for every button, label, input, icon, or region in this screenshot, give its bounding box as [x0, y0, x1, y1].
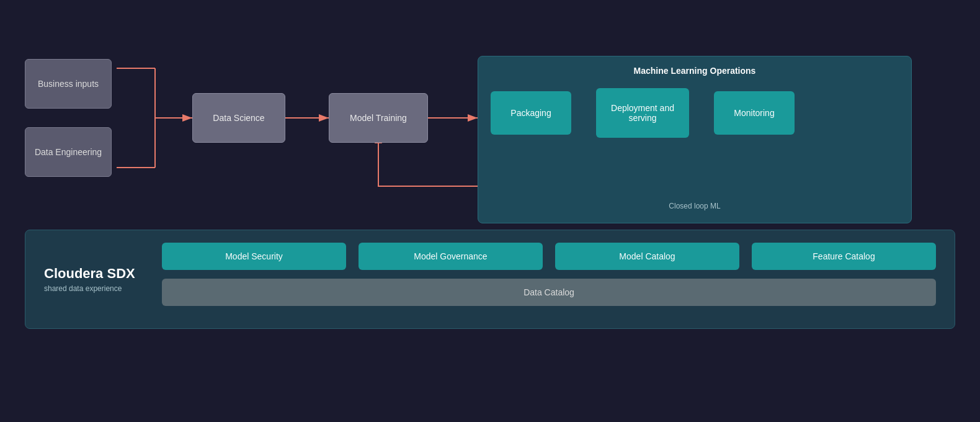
sdx-top-row: Model Security Model Governance Model Ca… — [162, 243, 936, 270]
sdx-content: Model Security Model Governance Model Ca… — [162, 243, 936, 316]
deployment-box: Deployment and serving — [596, 88, 689, 138]
monitoring-box: Monitoring — [714, 91, 795, 135]
business-inputs-box: Business inputs — [25, 59, 112, 109]
business-inputs-label: Business inputs — [38, 79, 99, 89]
sdx-subtitle: shared data experience — [44, 284, 143, 293]
sdx-bottom-row: Data Catalog — [162, 279, 936, 306]
model-catalog-label: Model Catalog — [619, 251, 675, 261]
main-container: Business inputs Data Engineering — [25, 19, 955, 403]
data-catalog-label: Data Catalog — [523, 287, 574, 297]
data-science-box: Data Science — [192, 93, 285, 143]
model-catalog-box: Model Catalog — [555, 243, 739, 270]
bottom-section: Cloudera SDX shared data experience Mode… — [25, 230, 955, 329]
feature-catalog-box: Feature Catalog — [752, 243, 936, 270]
closed-loop-label: Closed loop ML — [491, 189, 899, 210]
model-governance-label: Model Governance — [414, 251, 487, 261]
feature-catalog-label: Feature Catalog — [813, 251, 875, 261]
ml-ops-boxes: Packaging Deployment and serving Monitor… — [491, 88, 795, 138]
model-governance-box: Model Governance — [359, 243, 543, 270]
data-engineering-box: Data Engineering — [25, 127, 112, 177]
packaging-label: Packaging — [510, 108, 551, 118]
model-training-label: Model Training — [350, 113, 407, 123]
ml-ops-container: Machine Learning Operations Packaging De… — [478, 56, 912, 223]
model-security-box: Model Security — [162, 243, 346, 270]
packaging-box: Packaging — [491, 91, 571, 135]
sdx-label: Cloudera SDX shared data experience — [44, 243, 143, 316]
model-training-box: Model Training — [329, 93, 428, 143]
sdx-title: Cloudera SDX — [44, 266, 143, 282]
data-engineering-label: Data Engineering — [35, 147, 102, 157]
data-science-label: Data Science — [213, 113, 264, 123]
top-section: Business inputs Data Engineering — [25, 19, 955, 217]
left-inputs: Business inputs Data Engineering — [25, 59, 112, 177]
deployment-label: Deployment and serving — [606, 103, 679, 123]
monitoring-label: Monitoring — [734, 108, 774, 118]
data-catalog-box: Data Catalog — [162, 279, 936, 306]
ml-ops-title: Machine Learning Operations — [491, 66, 899, 76]
model-security-label: Model Security — [225, 251, 283, 261]
